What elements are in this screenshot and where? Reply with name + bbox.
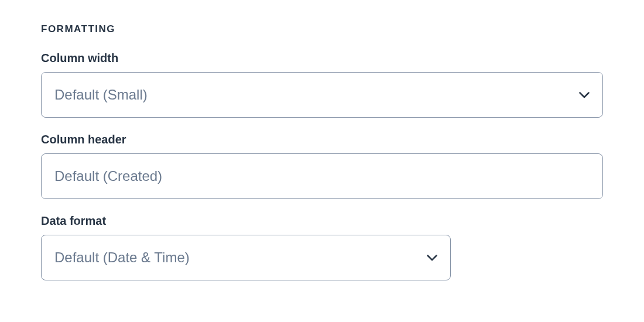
data-format-field: Data format Default (Date & Time) <box>41 214 603 280</box>
formatting-section: FORMATTING Column width Default (Small) … <box>41 23 603 280</box>
data-format-select[interactable]: Default (Date & Time) <box>41 235 451 280</box>
column-width-select[interactable]: Default (Small) <box>41 72 603 118</box>
data-format-label: Data format <box>41 214 603 228</box>
data-format-value: Default (Date & Time) <box>54 249 427 266</box>
chevron-down-icon <box>579 90 590 100</box>
column-header-label: Column header <box>41 133 603 146</box>
column-header-input[interactable] <box>41 153 603 199</box>
chevron-down-icon <box>427 252 437 263</box>
column-width-field: Column width Default (Small) <box>41 52 603 118</box>
column-width-value: Default (Small) <box>54 87 579 103</box>
section-header: FORMATTING <box>41 23 603 35</box>
column-header-field: Column header <box>41 133 603 199</box>
column-width-label: Column width <box>41 52 603 65</box>
